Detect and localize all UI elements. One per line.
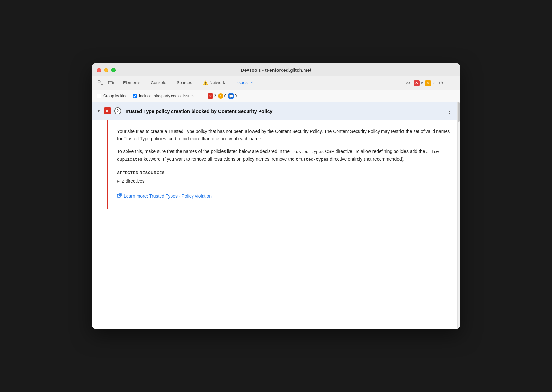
- main-toolbar: Elements Console Sources ⚠️ Network Issu…: [92, 76, 460, 90]
- directives-row[interactable]: ▶ 2 directives: [117, 178, 450, 184]
- warning-icon: ✕: [425, 80, 431, 86]
- issue-error-badge: ✕: [104, 107, 111, 114]
- close-button[interactable]: [97, 68, 101, 72]
- issue-header[interactable]: ▼ ✕ 2 Trusted Type policy creation block…: [92, 102, 460, 120]
- inspector-icon[interactable]: [95, 78, 106, 88]
- more-options-icon[interactable]: ⋮: [447, 79, 457, 88]
- warning-count-icon: !: [218, 93, 223, 99]
- warning-count-badge: ! 0: [218, 93, 226, 99]
- affected-resources: AFFECTED RESOURCES ▶ 2 directives: [117, 171, 450, 184]
- window-title: DevTools - tt-enforced.glitch.me/: [241, 68, 311, 73]
- titlebar: DevTools - tt-enforced.glitch.me/: [92, 63, 460, 76]
- minimize-button[interactable]: [104, 68, 108, 72]
- expand-triangle-icon[interactable]: ▶: [117, 180, 120, 183]
- description-p1: Your site tries to create a Trusted Type…: [117, 128, 450, 143]
- warning-count: 2: [432, 81, 435, 85]
- directives-label: 2 directives: [122, 179, 145, 184]
- responsive-icon[interactable]: [106, 78, 116, 88]
- issue-count-circle: 2: [114, 107, 121, 114]
- error-count-badge: ✕ 2: [208, 93, 216, 99]
- scrollbar-thumb[interactable]: [458, 102, 460, 122]
- tab-issues[interactable]: Issues ✕: [230, 76, 260, 90]
- toolbar-separator: [117, 80, 117, 86]
- secondary-toolbar: Group by kind Include third-party cookie…: [92, 90, 460, 102]
- close-tab-icon[interactable]: ✕: [249, 80, 255, 85]
- warning-badge-group: ✕ 2: [425, 80, 435, 86]
- scrollbar[interactable]: [457, 102, 460, 329]
- issue-indent: [92, 120, 107, 209]
- tab-console[interactable]: Console: [146, 76, 171, 90]
- expand-chevron-icon[interactable]: ▼: [97, 109, 101, 113]
- issue-more-icon[interactable]: ⋮: [444, 106, 455, 116]
- external-link-icon: [117, 193, 122, 199]
- include-third-party-label[interactable]: Include third-party cookie issues: [133, 94, 194, 98]
- learn-more-link[interactable]: Learn more: Trusted Types - Policy viola…: [117, 193, 450, 199]
- issue-description: Your site tries to create a Trusted Type…: [117, 128, 450, 163]
- tab-network[interactable]: ⚠️ Network: [197, 76, 230, 90]
- settings-icon[interactable]: ⚙: [436, 79, 446, 88]
- svg-rect-0: [98, 81, 100, 83]
- tab-elements[interactable]: Elements: [118, 76, 146, 90]
- error-count: 6: [421, 81, 423, 85]
- issue-counts: ✕ 2 ! 0 💬 0: [208, 93, 237, 99]
- more-tabs-button[interactable]: >>: [405, 80, 412, 87]
- info-count-badge: 💬 0: [228, 93, 237, 99]
- svg-rect-2: [113, 82, 114, 84]
- maximize-button[interactable]: [111, 68, 116, 72]
- toolbar-right: >> ✕ 6 ✕ 2 ⚙ ⋮: [405, 79, 457, 88]
- traffic-lights: [97, 68, 116, 72]
- group-by-kind-checkbox[interactable]: [97, 94, 101, 98]
- group-by-kind-label[interactable]: Group by kind: [97, 94, 127, 98]
- issue-body: Your site tries to create a Trusted Type…: [107, 120, 460, 209]
- tab-sources[interactable]: Sources: [171, 76, 197, 90]
- info-count-icon: 💬: [228, 93, 234, 99]
- error-count-icon: ✕: [208, 93, 213, 99]
- learn-more-anchor[interactable]: Learn more: Trusted Types - Policy viola…: [124, 193, 212, 199]
- error-icon: ✕: [414, 80, 420, 86]
- issue-title: Trusted Type policy creation blocked by …: [125, 108, 441, 114]
- include-third-party-checkbox[interactable]: [133, 94, 137, 98]
- network-warning-icon: ⚠️: [203, 80, 208, 85]
- error-badge-group: ✕ 6: [414, 80, 423, 86]
- affected-resources-label: AFFECTED RESOURCES: [117, 171, 450, 175]
- toolbar-separator-2: [201, 93, 201, 99]
- main-content: ▼ ✕ 2 Trusted Type policy creation block…: [92, 102, 460, 329]
- svg-rect-1: [108, 81, 112, 84]
- description-p2: To solve this, make sure that the names …: [117, 148, 450, 163]
- issue-body-container: Your site tries to create a Trusted Type…: [92, 120, 460, 209]
- devtools-window: DevTools - tt-enforced.glitch.me/ Elemen…: [92, 63, 460, 329]
